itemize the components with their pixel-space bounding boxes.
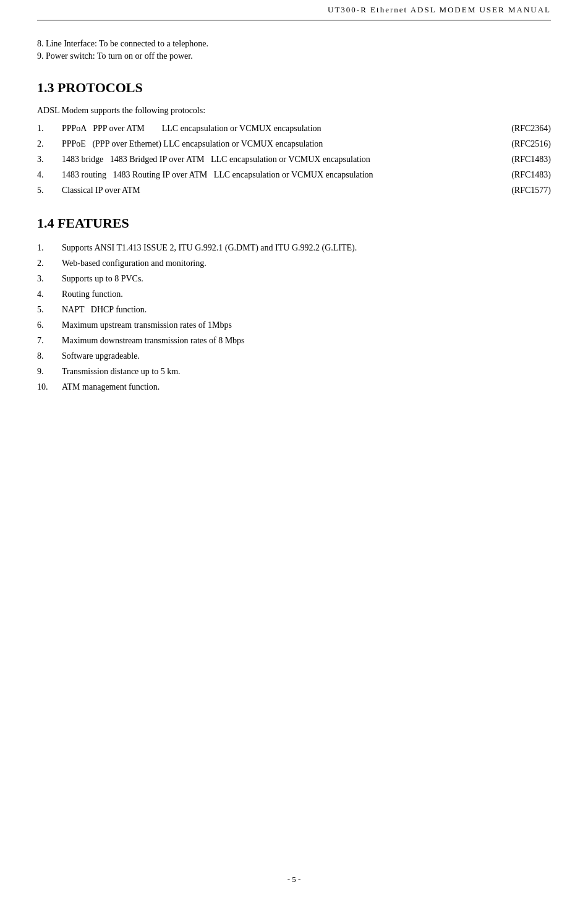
list-item: 3. 1483 bridge 1483 Bridged IP over ATM … — [37, 153, 551, 166]
list-item: 5. Classical IP over ATM (RFC1577) — [37, 184, 551, 197]
item-text: PPPoA PPP over ATM LLC encapsulation or … — [62, 122, 495, 135]
header-title: UT300-R Ethernet ADSL MODEM USER MANUAL — [328, 5, 551, 14]
item-text: Routing function. — [62, 288, 551, 301]
list-item: 6. Maximum upstream transmission rates o… — [37, 319, 551, 332]
item-num: 5. — [37, 303, 62, 316]
list-item: 8. Software upgradeable. — [37, 349, 551, 362]
page-header: UT300-R Ethernet ADSL MODEM USER MANUAL — [37, 0, 551, 20]
features-heading: 1.4 FEATURES — [37, 215, 551, 231]
item-text: Supports ANSI T1.413 ISSUE 2, ITU G.992.… — [62, 241, 551, 254]
item-text: Web-based configuration and monitoring. — [62, 257, 551, 270]
item-num: 3. — [37, 272, 62, 285]
protocols-heading: 1.3 PROTOCOLS — [37, 80, 551, 96]
list-item: 2. PPPoE (PPP over Ethernet) LLC encapsu… — [37, 137, 551, 150]
item-text: Maximum downstream transmission rates of… — [62, 334, 551, 347]
list-item: 2. Web-based configuration and monitorin… — [37, 257, 551, 270]
page-number: - 5 - — [288, 875, 301, 884]
features-list: 1. Supports ANSI T1.413 ISSUE 2, ITU G.9… — [37, 241, 551, 393]
item-text: PPPoE (PPP over Ethernet) LLC encapsulat… — [62, 137, 495, 150]
page-footer: - 5 - — [0, 875, 588, 884]
intro-section: 8. Line Interface: To be connected to a … — [37, 39, 551, 61]
intro-line9: 9. Power switch: To turn on or off the p… — [37, 51, 551, 61]
item-text: Classical IP over ATM — [62, 184, 495, 197]
item-num: 3. — [37, 153, 62, 166]
item-num: 2. — [37, 137, 62, 150]
list-item: 1. PPPoA PPP over ATM LLC encapsulation … — [37, 122, 551, 135]
item-text: 1483 routing 1483 Routing IP over ATM LL… — [62, 168, 495, 181]
item-num: 6. — [37, 319, 62, 332]
item-text: ATM management function. — [62, 380, 551, 393]
item-num: 5. — [37, 184, 62, 197]
item-num: 4. — [37, 288, 62, 301]
item-num: 1. — [37, 122, 62, 135]
list-item: 9. Transmission distance up to 5 km. — [37, 365, 551, 378]
item-rfc: (RFC1483) — [495, 153, 551, 166]
list-item: 7. Maximum downstream transmission rates… — [37, 334, 551, 347]
list-item: 10. ATM management function. — [37, 380, 551, 393]
item-num: 10. — [37, 380, 62, 393]
list-item: 3. Supports up to 8 PVCs. — [37, 272, 551, 285]
item-num: 9. — [37, 365, 62, 378]
item-text: Software upgradeable. — [62, 349, 551, 362]
item-num: 1. — [37, 241, 62, 254]
list-item: 5. NAPT DHCP function. — [37, 303, 551, 316]
item-text: 1483 bridge 1483 Bridged IP over ATM LLC… — [62, 153, 495, 166]
protocols-list: 1. PPPoA PPP over ATM LLC encapsulation … — [37, 122, 551, 197]
item-text: NAPT DHCP function. — [62, 303, 551, 316]
protocols-intro: ADSL Modem supports the following protoc… — [37, 106, 551, 116]
item-rfc: (RFC1483) — [495, 168, 551, 181]
item-text: Supports up to 8 PVCs. — [62, 272, 551, 285]
item-text: Transmission distance up to 5 km. — [62, 365, 551, 378]
item-rfc: (RFC2516) — [495, 137, 551, 150]
page-container: UT300-R Ethernet ADSL MODEM USER MANUAL … — [0, 0, 588, 903]
item-num: 8. — [37, 349, 62, 362]
list-item: 1. Supports ANSI T1.413 ISSUE 2, ITU G.9… — [37, 241, 551, 254]
list-item: 4. Routing function. — [37, 288, 551, 301]
intro-line8: 8. Line Interface: To be connected to a … — [37, 39, 551, 49]
item-num: 4. — [37, 168, 62, 181]
item-num: 2. — [37, 257, 62, 270]
item-rfc: (RFC1577) — [495, 184, 551, 197]
list-item: 4. 1483 routing 1483 Routing IP over ATM… — [37, 168, 551, 181]
item-rfc: (RFC2364) — [495, 122, 551, 135]
item-text: Maximum upstream transmission rates of 1… — [62, 319, 551, 332]
item-num: 7. — [37, 334, 62, 347]
